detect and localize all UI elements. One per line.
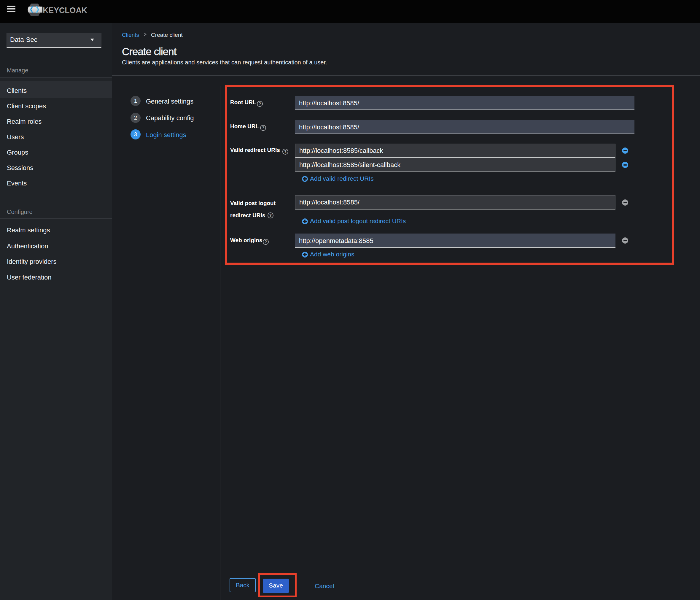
svg-text:KEYCLOAK: KEYCLOAK: [43, 6, 87, 15]
